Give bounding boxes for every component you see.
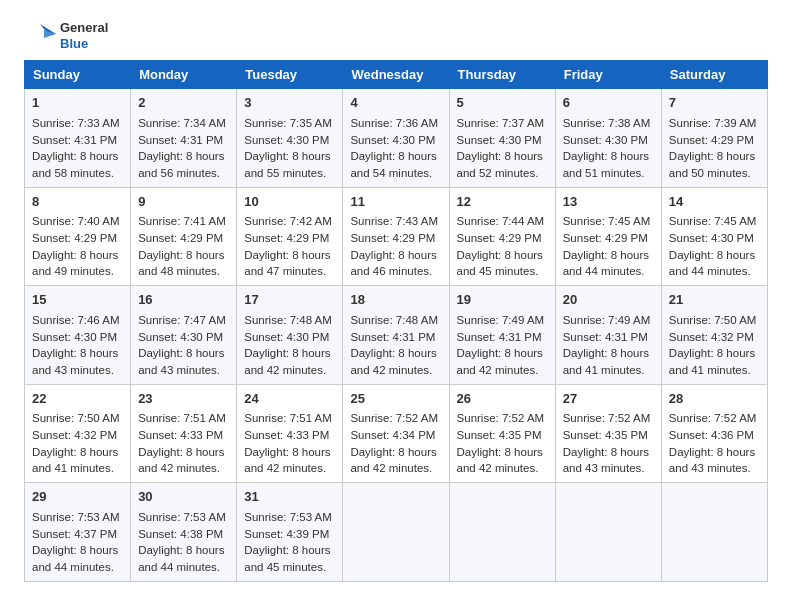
day-info-line: Daylight: 8 hours xyxy=(32,247,123,264)
day-number: 31 xyxy=(244,488,335,507)
header-day-sunday: Sunday xyxy=(25,61,131,89)
day-number: 25 xyxy=(350,390,441,409)
calendar-week-3: 15Sunrise: 7:46 AMSunset: 4:30 PMDayligh… xyxy=(25,286,768,385)
day-info-line: and 44 minutes. xyxy=(563,263,654,280)
day-info-line: Daylight: 8 hours xyxy=(669,148,760,165)
day-info-line: Sunrise: 7:48 AM xyxy=(350,312,441,329)
calendar-week-5: 29Sunrise: 7:53 AMSunset: 4:37 PMDayligh… xyxy=(25,483,768,582)
day-info-line: Sunset: 4:29 PM xyxy=(457,230,548,247)
day-info-line: and 43 minutes. xyxy=(669,460,760,477)
day-info-line: Daylight: 8 hours xyxy=(244,247,335,264)
calendar-cell: 23Sunrise: 7:51 AMSunset: 4:33 PMDayligh… xyxy=(131,384,237,483)
day-number: 13 xyxy=(563,193,654,212)
day-number: 6 xyxy=(563,94,654,113)
day-info-line: Sunset: 4:30 PM xyxy=(350,132,441,149)
day-number: 23 xyxy=(138,390,229,409)
day-info-line: Sunrise: 7:34 AM xyxy=(138,115,229,132)
day-info-line: Sunrise: 7:35 AM xyxy=(244,115,335,132)
header-day-friday: Friday xyxy=(555,61,661,89)
day-info-line: Sunrise: 7:47 AM xyxy=(138,312,229,329)
day-info-line: Daylight: 8 hours xyxy=(669,247,760,264)
calendar-cell: 20Sunrise: 7:49 AMSunset: 4:31 PMDayligh… xyxy=(555,286,661,385)
day-info-line: Sunrise: 7:48 AM xyxy=(244,312,335,329)
day-info-line: and 41 minutes. xyxy=(563,362,654,379)
calendar-cell: 6Sunrise: 7:38 AMSunset: 4:30 PMDaylight… xyxy=(555,89,661,188)
day-info-line: Sunset: 4:30 PM xyxy=(563,132,654,149)
day-info-line: Sunrise: 7:53 AM xyxy=(244,509,335,526)
calendar-cell: 14Sunrise: 7:45 AMSunset: 4:30 PMDayligh… xyxy=(661,187,767,286)
logo: General Blue xyxy=(24,20,108,52)
day-info-line: Sunrise: 7:52 AM xyxy=(350,410,441,427)
calendar-cell: 1Sunrise: 7:33 AMSunset: 4:31 PMDaylight… xyxy=(25,89,131,188)
day-info-line: and 45 minutes. xyxy=(457,263,548,280)
calendar-week-1: 1Sunrise: 7:33 AMSunset: 4:31 PMDaylight… xyxy=(25,89,768,188)
day-info-line: Daylight: 8 hours xyxy=(32,345,123,362)
day-info-line: Sunset: 4:36 PM xyxy=(669,427,760,444)
day-info-line: Daylight: 8 hours xyxy=(457,247,548,264)
day-info-line: Sunset: 4:33 PM xyxy=(244,427,335,444)
day-info-line: Sunrise: 7:44 AM xyxy=(457,213,548,230)
day-info-line: Sunrise: 7:51 AM xyxy=(244,410,335,427)
day-info-line: Sunrise: 7:53 AM xyxy=(32,509,123,526)
day-info-line: Daylight: 8 hours xyxy=(32,542,123,559)
calendar-cell: 21Sunrise: 7:50 AMSunset: 4:32 PMDayligh… xyxy=(661,286,767,385)
day-info-line: Sunrise: 7:45 AM xyxy=(669,213,760,230)
day-number: 3 xyxy=(244,94,335,113)
day-info-line: Daylight: 8 hours xyxy=(138,542,229,559)
day-info-line: Sunset: 4:34 PM xyxy=(350,427,441,444)
header-day-monday: Monday xyxy=(131,61,237,89)
day-info-line: Daylight: 8 hours xyxy=(669,345,760,362)
day-info-line: Daylight: 8 hours xyxy=(563,148,654,165)
day-info-line: Sunrise: 7:38 AM xyxy=(563,115,654,132)
calendar-cell: 24Sunrise: 7:51 AMSunset: 4:33 PMDayligh… xyxy=(237,384,343,483)
day-number: 20 xyxy=(563,291,654,310)
day-info-line: Sunrise: 7:53 AM xyxy=(138,509,229,526)
day-info-line: and 52 minutes. xyxy=(457,165,548,182)
day-info-line: and 43 minutes. xyxy=(32,362,123,379)
page-header: General Blue xyxy=(24,20,768,52)
day-info-line: Sunrise: 7:51 AM xyxy=(138,410,229,427)
calendar-cell xyxy=(555,483,661,582)
calendar-cell: 17Sunrise: 7:48 AMSunset: 4:30 PMDayligh… xyxy=(237,286,343,385)
day-info-line: Sunset: 4:30 PM xyxy=(669,230,760,247)
day-info-line: Sunset: 4:35 PM xyxy=(457,427,548,444)
day-info-line: Daylight: 8 hours xyxy=(669,444,760,461)
day-info-line: Sunset: 4:38 PM xyxy=(138,526,229,543)
day-info-line: and 42 minutes. xyxy=(350,460,441,477)
day-info-line: and 54 minutes. xyxy=(350,165,441,182)
day-number: 29 xyxy=(32,488,123,507)
day-info-line: and 44 minutes. xyxy=(669,263,760,280)
day-info-line: Sunset: 4:30 PM xyxy=(244,329,335,346)
calendar-week-4: 22Sunrise: 7:50 AMSunset: 4:32 PMDayligh… xyxy=(25,384,768,483)
day-number: 14 xyxy=(669,193,760,212)
day-info-line: Sunset: 4:29 PM xyxy=(138,230,229,247)
logo-bird-icon xyxy=(24,20,56,52)
day-info-line: Sunrise: 7:41 AM xyxy=(138,213,229,230)
day-info-line: and 45 minutes. xyxy=(244,559,335,576)
calendar-cell: 3Sunrise: 7:35 AMSunset: 4:30 PMDaylight… xyxy=(237,89,343,188)
day-info-line: Daylight: 8 hours xyxy=(32,444,123,461)
calendar-cell: 26Sunrise: 7:52 AMSunset: 4:35 PMDayligh… xyxy=(449,384,555,483)
day-info-line: and 43 minutes. xyxy=(563,460,654,477)
calendar-cell: 18Sunrise: 7:48 AMSunset: 4:31 PMDayligh… xyxy=(343,286,449,385)
day-info-line: Sunrise: 7:49 AM xyxy=(457,312,548,329)
day-info-line: Daylight: 8 hours xyxy=(244,148,335,165)
day-info-line: and 51 minutes. xyxy=(563,165,654,182)
day-number: 16 xyxy=(138,291,229,310)
day-info-line: and 56 minutes. xyxy=(138,165,229,182)
calendar-cell: 5Sunrise: 7:37 AMSunset: 4:30 PMDaylight… xyxy=(449,89,555,188)
day-info-line: Sunset: 4:32 PM xyxy=(32,427,123,444)
day-number: 21 xyxy=(669,291,760,310)
day-info-line: Daylight: 8 hours xyxy=(350,345,441,362)
calendar-table: SundayMondayTuesdayWednesdayThursdayFrid… xyxy=(24,60,768,582)
calendar-cell: 7Sunrise: 7:39 AMSunset: 4:29 PMDaylight… xyxy=(661,89,767,188)
calendar-cell: 27Sunrise: 7:52 AMSunset: 4:35 PMDayligh… xyxy=(555,384,661,483)
day-info-line: Daylight: 8 hours xyxy=(457,444,548,461)
day-info-line: Sunset: 4:29 PM xyxy=(669,132,760,149)
day-info-line: Daylight: 8 hours xyxy=(138,247,229,264)
header-day-saturday: Saturday xyxy=(661,61,767,89)
day-info-line: and 58 minutes. xyxy=(32,165,123,182)
day-info-line: Sunset: 4:39 PM xyxy=(244,526,335,543)
day-number: 9 xyxy=(138,193,229,212)
day-info-line: Daylight: 8 hours xyxy=(138,444,229,461)
